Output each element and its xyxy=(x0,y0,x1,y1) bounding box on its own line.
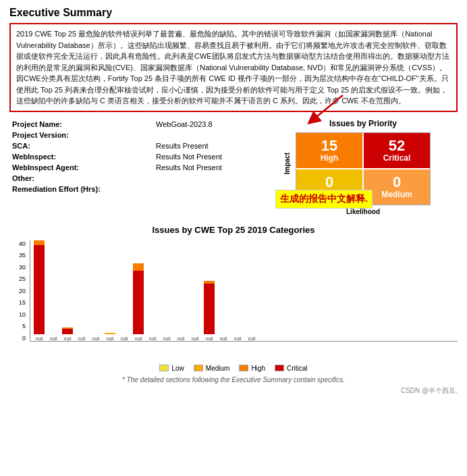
project-field-label: Project Name: xyxy=(9,119,153,130)
bar-area: nullnullnullnullnullnullnullnullnullnull… xyxy=(30,240,458,342)
project-info-row: Project Name:WebGoat-2023.8 xyxy=(9,119,262,130)
summary-text: 2019 CWE Top 25 最危险的软件错误列举了最普遍、最危险的缺陷。其中… xyxy=(16,30,449,105)
bar-group: null xyxy=(76,334,88,341)
chart-legend: LowMediumHighCritical xyxy=(9,365,458,372)
y-axis-label: 35 xyxy=(19,252,26,259)
y-axis-label: 5 xyxy=(22,323,26,329)
impact-label: Impact xyxy=(283,153,291,174)
bar-label: null xyxy=(248,336,256,341)
project-info-row: Remediation Effort (Hrs): xyxy=(9,184,262,194)
project-info-table: Project Name:WebGoat-2023.8Project Versi… xyxy=(9,119,262,194)
project-info-row: SCA:Results Present xyxy=(9,140,262,151)
yellow-annotation: 生成的报告中文解释. xyxy=(275,190,373,209)
bar-label: null xyxy=(92,336,100,341)
legend-item: Critical xyxy=(275,365,308,372)
project-field-value: WebGoat-2023.8 xyxy=(153,119,262,130)
bar-label: null xyxy=(220,336,227,341)
bar-label: null xyxy=(107,336,114,341)
y-axis-label: 15 xyxy=(19,299,26,306)
issues-by-priority-section: Issues by Priority 15High52Critical0Low0… xyxy=(269,119,458,215)
bar-label: null xyxy=(192,336,199,341)
bar-group: null xyxy=(217,334,229,341)
watermark: CSDN @半个西瓜. xyxy=(9,386,458,396)
priority-label: Medium xyxy=(381,190,412,199)
footnote: * The detailed sections following the Ex… xyxy=(9,376,458,384)
executive-summary-box: 2019 CWE Top 25 最危险的软件错误列举了最普遍、最危险的缺陷。其中… xyxy=(9,23,458,112)
legend-item: Low xyxy=(159,365,184,372)
bar-group: null xyxy=(104,333,116,341)
priority-number: 0 xyxy=(393,175,401,190)
bar-group: null xyxy=(246,334,258,341)
bar-group: null xyxy=(231,334,244,341)
project-info-row: WebInspect:Results Not Present xyxy=(9,151,262,162)
bar-group: null xyxy=(146,334,159,341)
bar-group: null xyxy=(175,334,187,341)
bar-label: null xyxy=(177,336,185,341)
priority-number: 52 xyxy=(389,138,405,153)
bar-group: null xyxy=(61,327,74,341)
chart-section: Issues by CWE Top 25 2019 Categories 403… xyxy=(9,225,458,372)
legend-color-box xyxy=(239,365,248,371)
project-field-value xyxy=(153,184,262,194)
bar-label: null xyxy=(36,336,43,341)
bar-segment-high xyxy=(133,263,144,271)
bar-group: null xyxy=(33,240,45,341)
y-axis-label: 25 xyxy=(19,275,26,282)
bar-group: null xyxy=(203,281,215,341)
project-field-label: SCA: xyxy=(9,140,153,151)
project-info-row: Project Version: xyxy=(9,130,262,140)
bar-label: null xyxy=(206,336,213,341)
project-field-value xyxy=(153,173,262,184)
chart-wrapper: 4035302520151050 nullnullnullnullnullnul… xyxy=(9,240,458,362)
legend-label: High xyxy=(251,365,265,372)
bar-label: null xyxy=(64,336,72,341)
project-field-label: Remediation Effort (Hrs): xyxy=(9,184,153,194)
page-title: Executive Summary xyxy=(9,7,458,19)
bar-stack xyxy=(133,263,144,334)
bar-group: null xyxy=(189,334,201,341)
red-arrow-icon xyxy=(302,92,350,126)
project-field-label: WebInspect Agent: xyxy=(9,162,153,173)
y-axis-label: 10 xyxy=(19,311,26,318)
bar-segment-critical xyxy=(62,329,73,334)
priority-number: 0 xyxy=(325,175,333,190)
legend-label: Critical xyxy=(287,365,308,372)
priority-label: High xyxy=(321,153,339,163)
priority-cell: 52Critical xyxy=(364,133,430,168)
legend-color-box xyxy=(194,365,203,371)
priority-label: Critical xyxy=(383,153,411,163)
bar-group: null xyxy=(132,263,144,341)
bar-group: null xyxy=(47,334,59,341)
bar-label: null xyxy=(234,336,242,341)
bar-group: null xyxy=(161,334,173,341)
y-axis-label: 30 xyxy=(19,264,26,271)
bar-label: null xyxy=(149,336,157,341)
legend-label: Low xyxy=(171,365,184,372)
project-field-label: WebInspect: xyxy=(9,151,153,162)
chart-title: Issues by CWE Top 25 2019 Categories xyxy=(9,225,458,235)
y-axis-label: 20 xyxy=(19,288,26,294)
bar-segment-critical xyxy=(34,245,45,334)
project-field-value: Results Not Present xyxy=(153,151,262,162)
likelihood-label: Likelihood xyxy=(346,208,380,215)
bar-segment-medium xyxy=(105,333,115,334)
priority-cell: 15High xyxy=(296,133,362,168)
bar-label: null xyxy=(121,336,128,341)
priority-cell: 0Medium xyxy=(364,169,430,205)
bar-stack xyxy=(204,281,215,334)
bar-stack xyxy=(105,333,115,334)
bar-label: null xyxy=(163,336,171,341)
bar-segment-critical xyxy=(204,284,215,334)
y-axis-label: 0 xyxy=(22,335,26,342)
priority-number: 15 xyxy=(321,138,337,153)
bar-stack xyxy=(62,327,73,334)
project-field-label: Other: xyxy=(9,173,153,184)
bar-label: null xyxy=(50,336,57,341)
project-field-value xyxy=(153,130,262,140)
bar-group: null xyxy=(118,334,130,341)
bar-label: null xyxy=(135,336,142,341)
legend-color-box xyxy=(275,365,284,371)
project-info-row: WebInspect Agent:Results Not Present xyxy=(9,162,262,173)
project-field-value: Results Not Present xyxy=(153,162,262,173)
y-axis-label: 40 xyxy=(19,240,26,247)
